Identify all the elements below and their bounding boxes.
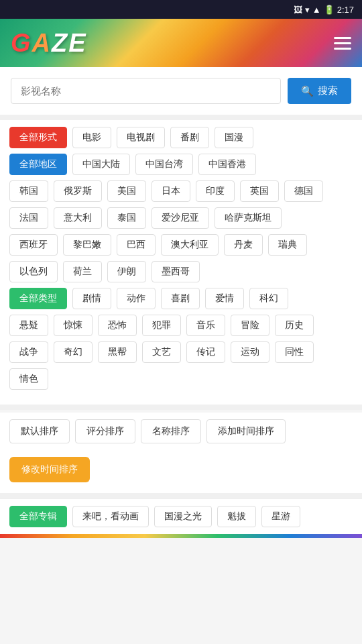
region-filter-row-4: 西班牙 黎巴嫩 巴西 澳大利亚 丹麦 瑞典 (9, 234, 353, 256)
search-button[interactable]: 🔍 搜索 (288, 78, 351, 104)
tag-genre-mystery[interactable]: 悬疑 (9, 315, 48, 336)
status-bar: 🖼 ▾ ▲ 🔋 2:17 (0, 0, 362, 19)
tag-genre-art[interactable]: 文艺 (142, 341, 181, 363)
tag-region-estonia[interactable]: 爱沙尼亚 (152, 207, 209, 229)
genre-filter-row-1: 全部类型 剧情 动作 喜剧 爱情 科幻 (9, 288, 353, 309)
tag-genre-adventure[interactable]: 冒险 (231, 315, 269, 336)
tag-region-netherlands[interactable]: 荷兰 (63, 261, 102, 282)
tag-region-australia[interactable]: 澳大利亚 (161, 234, 219, 256)
tag-format-all[interactable]: 全部形式 (9, 127, 67, 148)
filter-section: 全部形式 电影 电视剧 番剧 国漫 全部地区 中国大陆 中国台湾 中国香港 韩国… (0, 120, 362, 405)
divider-1 (0, 115, 362, 120)
app-header: GAZE (0, 19, 362, 67)
sort-default[interactable]: 默认排序 (9, 419, 70, 443)
tag-genre-adult[interactable]: 情色 (9, 368, 48, 390)
menu-line-3 (334, 48, 351, 50)
search-icon: 🔍 (301, 85, 314, 97)
tag-genre-war[interactable]: 战争 (9, 341, 48, 363)
tag-region-all[interactable]: 全部地区 (9, 154, 67, 175)
tag-genre-all[interactable]: 全部类型 (9, 288, 67, 309)
tag-region-brazil[interactable]: 巴西 (117, 234, 156, 256)
tag-genre-comedy[interactable]: 喜剧 (161, 288, 200, 309)
region-filter-row-1: 全部地区 中国大陆 中国台湾 中国香港 (9, 154, 353, 175)
tag-region-sweden[interactable]: 瑞典 (268, 234, 307, 256)
wifi-icon: ▾ (305, 5, 310, 15)
app-logo: GAZE (11, 29, 87, 58)
tag-genre-thriller[interactable]: 惊悚 (54, 315, 93, 336)
tag-genre-fantasy[interactable]: 奇幻 (54, 341, 93, 363)
menu-button[interactable] (334, 37, 351, 50)
menu-line-1 (334, 37, 351, 39)
search-section: 🔍 搜索 (0, 67, 362, 115)
region-filter-row-5: 以色列 荷兰 伊朗 墨西哥 (9, 261, 353, 282)
status-icons: 🖼 ▾ ▲ 🔋 2:17 (294, 5, 354, 15)
tag-format-tv[interactable]: 电视剧 (117, 127, 165, 148)
tag-genre-music[interactable]: 音乐 (186, 315, 225, 336)
region-filter-row-2: 韩国 俄罗斯 美国 日本 印度 英国 德国 (9, 180, 353, 202)
battery-icon: 🔋 (324, 5, 335, 15)
tag-region-iran[interactable]: 伊朗 (107, 261, 146, 282)
sort-modify-time[interactable]: 修改时间排序 (9, 457, 90, 482)
tag-region-kazakhstan[interactable]: 哈萨克斯坦 (215, 207, 282, 229)
search-button-label: 搜索 (318, 85, 338, 97)
tag-genre-lgbt[interactable]: 同性 (275, 341, 314, 363)
tag-region-mainland[interactable]: 中国大陆 (72, 154, 130, 175)
tag-region-israel[interactable]: 以色列 (9, 261, 58, 282)
logo-g: G (11, 29, 32, 57)
tag-region-thailand[interactable]: 泰国 (107, 207, 146, 229)
tag-region-usa[interactable]: 美国 (107, 180, 146, 202)
tag-genre-horror[interactable]: 恐怖 (98, 315, 137, 336)
tag-genre-sports[interactable]: 运动 (231, 341, 269, 363)
tag-channel-animation[interactable]: 来吧，看动画 (72, 506, 149, 527)
genre-filter-row-2: 悬疑 惊悚 恐怖 犯罪 音乐 冒险 历史 (9, 315, 353, 336)
divider-3 (0, 493, 362, 498)
genre-filter-row-3: 战争 奇幻 黑帮 文艺 传记 运动 同性 (9, 341, 353, 363)
tag-channel-kuiba[interactable]: 魁拔 (217, 506, 256, 527)
tag-channel-all[interactable]: 全部专辑 (9, 506, 67, 527)
menu-line-2 (334, 42, 351, 44)
tag-region-italy[interactable]: 意大利 (54, 207, 102, 229)
tag-format-anime[interactable]: 番剧 (170, 127, 209, 148)
channel-bar: 全部专辑 来吧，看动画 国漫之光 魁拔 星游 (0, 498, 362, 534)
tag-region-taiwan[interactable]: 中国台湾 (135, 154, 193, 175)
logo-z: Z (52, 29, 68, 57)
sort-add-time[interactable]: 添加时间排序 (206, 419, 286, 443)
time-display: 2:17 (337, 5, 354, 15)
tag-channel-guoman[interactable]: 国漫之光 (154, 506, 212, 527)
tag-region-lebanon[interactable]: 黎巴嫩 (63, 234, 111, 256)
tag-region-hongkong[interactable]: 中国香港 (198, 154, 256, 175)
tag-genre-history[interactable]: 历史 (275, 315, 314, 336)
search-input[interactable] (11, 78, 281, 104)
tag-region-japan[interactable]: 日本 (152, 180, 190, 202)
tag-format-guoman[interactable]: 国漫 (215, 127, 253, 148)
signal-icon: ▲ (312, 5, 321, 15)
tag-region-korea[interactable]: 韩国 (9, 180, 48, 202)
tag-region-uk[interactable]: 英国 (240, 180, 279, 202)
tag-genre-romance[interactable]: 爱情 (205, 288, 244, 309)
sort-rating[interactable]: 评分排序 (75, 419, 135, 443)
tag-region-france[interactable]: 法国 (9, 207, 48, 229)
tag-genre-biography[interactable]: 传记 (186, 341, 225, 363)
sort-section: 默认排序 评分排序 名称排序 添加时间排序 (0, 413, 362, 450)
tag-channel-xingyou[interactable]: 星游 (261, 506, 300, 527)
tag-region-germany[interactable]: 德国 (284, 180, 323, 202)
tag-genre-crime[interactable]: 犯罪 (142, 315, 181, 336)
tag-genre-drama[interactable]: 剧情 (72, 288, 111, 309)
tag-region-spain[interactable]: 西班牙 (9, 234, 58, 256)
sort-name[interactable]: 名称排序 (141, 419, 201, 443)
tag-genre-scifi[interactable]: 科幻 (249, 288, 288, 309)
logo-e: E (68, 29, 86, 57)
tag-region-russia[interactable]: 俄罗斯 (54, 180, 102, 202)
tag-genre-action[interactable]: 动作 (117, 288, 156, 309)
tag-region-mexico[interactable]: 墨西哥 (152, 261, 200, 282)
rainbow-bar (0, 534, 362, 538)
genre-filter-row-4: 情色 (9, 368, 353, 390)
tag-region-india[interactable]: 印度 (196, 180, 235, 202)
tag-region-denmark[interactable]: 丹麦 (224, 234, 263, 256)
tag-format-movie[interactable]: 电影 (72, 127, 111, 148)
format-filter-row: 全部形式 电影 电视剧 番剧 国漫 (9, 127, 353, 148)
region-filter-row-3: 法国 意大利 泰国 爱沙尼亚 哈萨克斯坦 (9, 207, 353, 229)
logo-a: A (32, 29, 52, 57)
tag-genre-gangster[interactable]: 黑帮 (98, 341, 137, 363)
divider-2 (0, 405, 362, 410)
